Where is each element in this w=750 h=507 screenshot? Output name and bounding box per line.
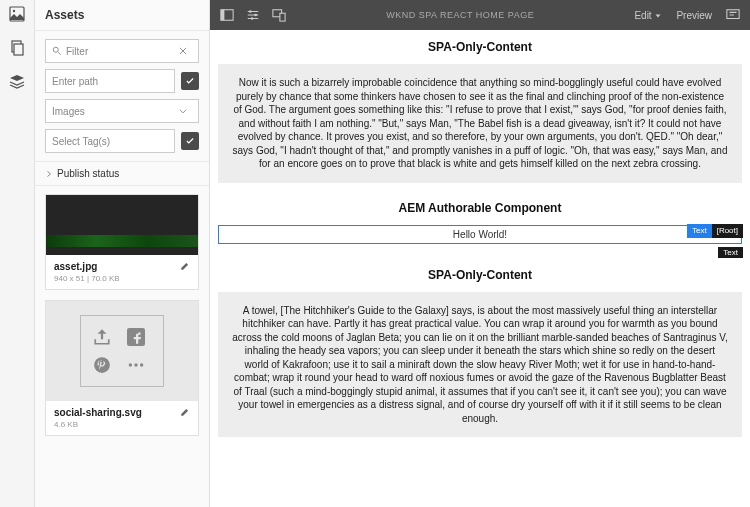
asset-name: social-sharing.svg <box>54 407 142 418</box>
svg-rect-11 <box>221 10 225 21</box>
section-heading: SPA-Only-Content <box>210 30 750 64</box>
svg-point-7 <box>129 363 132 366</box>
svg-point-8 <box>134 363 137 366</box>
topbar: WKND SPA REACT HOME PAGE Edit Preview <box>210 0 750 30</box>
asset-card[interactable]: social-sharing.svg 4.6 KB <box>45 300 199 436</box>
hello-text: Hello World! <box>218 225 742 244</box>
path-checkbox[interactable] <box>181 72 199 90</box>
clear-icon[interactable] <box>178 46 188 56</box>
edit-mode[interactable]: Edit <box>634 10 662 21</box>
text-block: Now it is such a bizarrely improbable co… <box>218 64 742 183</box>
svg-point-1 <box>13 10 15 12</box>
page-title: WKND SPA REACT HOME PAGE <box>286 10 634 20</box>
component-badge-2[interactable]: Text <box>718 247 743 258</box>
svg-rect-3 <box>14 44 23 55</box>
asset-name: asset.jpg <box>54 261 120 272</box>
asset-meta: 4.6 KB <box>54 420 142 429</box>
page-content: SPA-Only-Content Now it is such a bizarr… <box>210 30 750 507</box>
tags-checkbox[interactable] <box>181 132 199 150</box>
path-input[interactable]: Enter path <box>45 69 175 93</box>
edit-icon[interactable] <box>180 261 190 271</box>
svg-point-12 <box>249 10 252 13</box>
svg-point-4 <box>53 47 58 52</box>
asset-thumbnail <box>46 301 198 401</box>
asset-thumbnail <box>46 195 198 255</box>
search-icon <box>52 46 62 56</box>
chevron-down-icon <box>178 106 188 116</box>
preview-button[interactable]: Preview <box>676 10 712 21</box>
copy-icon[interactable] <box>9 40 25 60</box>
edit-icon[interactable] <box>180 407 190 417</box>
svg-rect-16 <box>280 13 285 21</box>
component-badge[interactable]: Text[Root] <box>687 224 743 238</box>
filter-input[interactable]: Filter <box>45 39 199 63</box>
tags-input[interactable]: Select Tag(s) <box>45 129 175 153</box>
more-icon <box>127 356 145 374</box>
pinterest-icon <box>93 356 111 374</box>
asset-meta: 940 x 51 | 70.0 KB <box>54 274 120 283</box>
facebook-icon <box>127 328 145 346</box>
chevron-down-icon <box>654 12 662 20</box>
svg-rect-17 <box>727 10 739 19</box>
panel-title: Assets <box>35 0 209 31</box>
annotate-icon[interactable] <box>726 8 740 22</box>
main: WKND SPA REACT HOME PAGE Edit Preview SP… <box>210 0 750 507</box>
layers-icon[interactable] <box>9 74 25 94</box>
authorable-component[interactable]: Text[Root] Hello World! Text <box>218 225 742 244</box>
share-icon <box>93 328 111 346</box>
svg-point-9 <box>140 363 143 366</box>
chevron-right-icon <box>45 170 53 178</box>
text-block: A towel, [The Hitchhiker's Guide to the … <box>218 292 742 438</box>
filters: Filter Enter path Images Select Tag(s) <box>35 31 209 162</box>
section-heading: AEM Authorable Component <box>210 191 750 225</box>
devices-icon[interactable] <box>272 8 286 22</box>
assets-icon[interactable] <box>9 6 25 26</box>
left-rail <box>0 0 35 507</box>
publish-status[interactable]: Publish status <box>35 162 209 186</box>
svg-point-13 <box>254 14 257 17</box>
section-heading: SPA-Only-Content <box>210 258 750 292</box>
assets-panel: Assets Filter Enter path Images Select T… <box>35 0 210 507</box>
assets-list: asset.jpg 940 x 51 | 70.0 KB social-shar… <box>35 186 209 507</box>
sliders-icon[interactable] <box>246 8 260 22</box>
svg-point-14 <box>251 17 254 20</box>
type-select[interactable]: Images <box>45 99 199 123</box>
sidepanel-icon[interactable] <box>220 8 234 22</box>
svg-point-6 <box>94 357 110 373</box>
asset-card[interactable]: asset.jpg 940 x 51 | 70.0 KB <box>45 194 199 290</box>
